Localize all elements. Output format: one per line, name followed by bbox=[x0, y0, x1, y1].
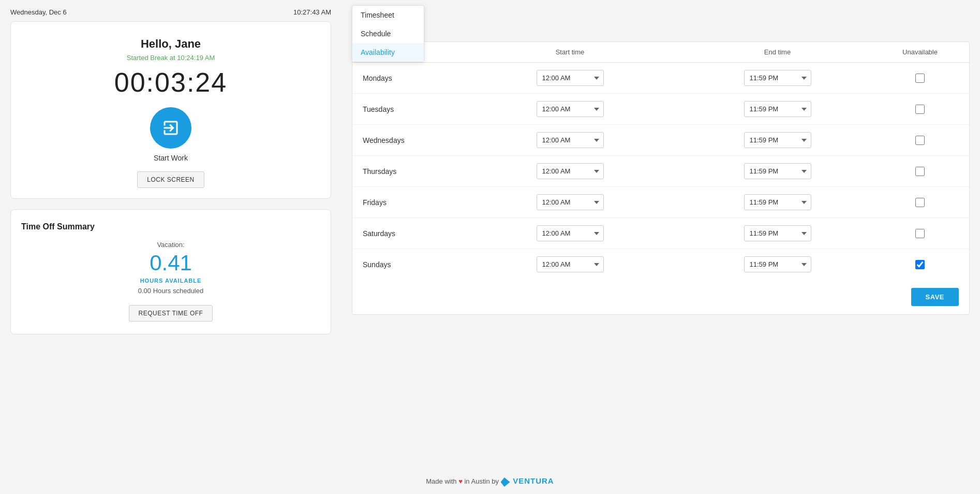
end-time-select[interactable]: 12:00 AM12:30 AM1:00 AM1:30 AM2:00 AM2:3… bbox=[744, 101, 811, 117]
availability-table: Start time End time Unavailable Mondays1… bbox=[352, 41, 970, 315]
hours-value: 0.41 bbox=[21, 251, 320, 275]
nav-item-timesheet[interactable]: Timesheet bbox=[352, 6, 424, 24]
request-time-off-button[interactable]: REQUEST TIME OFF bbox=[129, 305, 213, 322]
ventura-icon bbox=[501, 477, 510, 487]
start-time-select[interactable]: 12:00 AM12:30 AM1:00 AM1:30 AM2:00 AM2:3… bbox=[537, 101, 604, 117]
clock-card: Hello, Jane Started Break at 10:24:19 AM… bbox=[10, 21, 331, 199]
start-time-select[interactable]: 12:00 AM12:30 AM1:00 AM1:30 AM2:00 AM2:3… bbox=[537, 70, 604, 86]
heart-icon: ♥ bbox=[458, 477, 463, 485]
end-time-select[interactable]: 12:00 AM12:30 AM1:00 AM1:30 AM2:00 AM2:3… bbox=[744, 256, 811, 272]
hours-scheduled: 0.00 Hours scheduled bbox=[21, 287, 320, 295]
availability-row: Thursdays12:00 AM12:30 AM1:00 AM1:30 AM2… bbox=[352, 156, 969, 187]
start-time-select[interactable]: 12:00 AM12:30 AM1:00 AM1:30 AM2:00 AM2:3… bbox=[537, 256, 604, 272]
nav-item-availability[interactable]: Availability bbox=[352, 43, 424, 62]
availability-row: Wednesdays12:00 AM12:30 AM1:00 AM1:30 AM… bbox=[352, 125, 969, 156]
col-start-time: Start time bbox=[466, 48, 674, 56]
day-label: Wednesdays bbox=[363, 136, 466, 144]
save-button[interactable]: SAVE bbox=[911, 288, 959, 306]
nav-item-schedule[interactable]: Schedule bbox=[352, 24, 424, 43]
availability-rows: Mondays12:00 AM12:30 AM1:00 AM1:30 AM2:0… bbox=[352, 63, 969, 280]
day-label: Tuesdays bbox=[363, 105, 466, 113]
day-label: Thursdays bbox=[363, 167, 466, 176]
save-row: SAVE bbox=[352, 280, 969, 314]
availability-row: Sundays12:00 AM12:30 AM1:00 AM1:30 AM2:0… bbox=[352, 249, 969, 280]
greeting: Hello, Jane bbox=[21, 37, 320, 51]
timer-display: 00:03:24 bbox=[21, 67, 320, 98]
end-time-select[interactable]: 12:00 AM12:30 AM1:00 AM1:30 AM2:00 AM2:3… bbox=[744, 225, 811, 241]
unavailable-checkbox[interactable] bbox=[915, 229, 925, 238]
unavailable-checkbox[interactable] bbox=[915, 136, 925, 145]
left-panel: Wednesday, Dec 6 10:27:43 AM Hello, Jane… bbox=[0, 0, 341, 463]
availability-row: Tuesdays12:00 AM12:30 AM1:00 AM1:30 AM2:… bbox=[352, 94, 969, 125]
footer-text: Made with ♥ in Austin by bbox=[426, 477, 500, 485]
day-label: Saturdays bbox=[363, 229, 466, 238]
ventura-brand: VENTURA bbox=[513, 476, 554, 485]
top-bar: Wednesday, Dec 6 10:27:43 AM bbox=[10, 0, 331, 21]
unavailable-checkbox[interactable] bbox=[915, 260, 925, 269]
start-time-select[interactable]: 12:00 AM12:30 AM1:00 AM1:30 AM2:00 AM2:3… bbox=[537, 194, 604, 210]
exit-icon bbox=[161, 119, 180, 137]
col-unavailable: Unavailable bbox=[881, 48, 959, 56]
time-off-card: Time Off Summary Vacation: 0.41 HOURS AV… bbox=[10, 209, 331, 335]
vacation-label: Vacation: bbox=[21, 241, 320, 249]
break-status: Started Break at 10:24:19 AM bbox=[21, 54, 320, 62]
end-time-select[interactable]: 12:00 AM12:30 AM1:00 AM1:30 AM2:00 AM2:3… bbox=[744, 132, 811, 148]
start-work-button[interactable] bbox=[150, 107, 191, 149]
unavailable-checkbox[interactable] bbox=[915, 105, 925, 114]
availability-row: Fridays12:00 AM12:30 AM1:00 AM1:30 AM2:0… bbox=[352, 187, 969, 218]
day-label: Sundays bbox=[363, 260, 466, 269]
availability-row: Saturdays12:00 AM12:30 AM1:00 AM1:30 AM2… bbox=[352, 218, 969, 249]
col-end-time: End time bbox=[674, 48, 881, 56]
end-time-select[interactable]: 12:00 AM12:30 AM1:00 AM1:30 AM2:00 AM2:3… bbox=[744, 163, 811, 179]
day-label: Fridays bbox=[363, 198, 466, 207]
start-time-select[interactable]: 12:00 AM12:30 AM1:00 AM1:30 AM2:00 AM2:3… bbox=[537, 163, 604, 179]
current-time: 10:27:43 AM bbox=[293, 8, 331, 16]
unavailable-checkbox[interactable] bbox=[915, 198, 925, 207]
right-panel: Timesheet Schedule Availability Start ti… bbox=[341, 0, 980, 463]
unavailable-checkbox[interactable] bbox=[915, 167, 925, 176]
end-time-select[interactable]: 12:00 AM12:30 AM1:00 AM1:30 AM2:00 AM2:3… bbox=[744, 194, 811, 210]
footer: Made with ♥ in Austin by VENTURA bbox=[0, 469, 980, 494]
start-work-label: Start Work bbox=[21, 154, 320, 162]
availability-header: Start time End time Unavailable bbox=[352, 42, 969, 63]
current-date: Wednesday, Dec 6 bbox=[10, 8, 67, 16]
start-time-select[interactable]: 12:00 AM12:30 AM1:00 AM1:30 AM2:00 AM2:3… bbox=[537, 132, 604, 148]
day-label: Mondays bbox=[363, 74, 466, 82]
start-time-select[interactable]: 12:00 AM12:30 AM1:00 AM1:30 AM2:00 AM2:3… bbox=[537, 225, 604, 241]
time-off-title: Time Off Summary bbox=[21, 222, 320, 231]
unavailable-checkbox[interactable] bbox=[915, 74, 925, 83]
hours-available-label: HOURS AVAILABLE bbox=[21, 278, 320, 284]
end-time-select[interactable]: 12:00 AM12:30 AM1:00 AM1:30 AM2:00 AM2:3… bbox=[744, 70, 811, 86]
lock-screen-button[interactable]: LOCK SCREEN bbox=[137, 171, 204, 188]
nav-dropdown: Timesheet Schedule Availability bbox=[352, 5, 424, 62]
availability-row: Mondays12:00 AM12:30 AM1:00 AM1:30 AM2:0… bbox=[352, 63, 969, 94]
